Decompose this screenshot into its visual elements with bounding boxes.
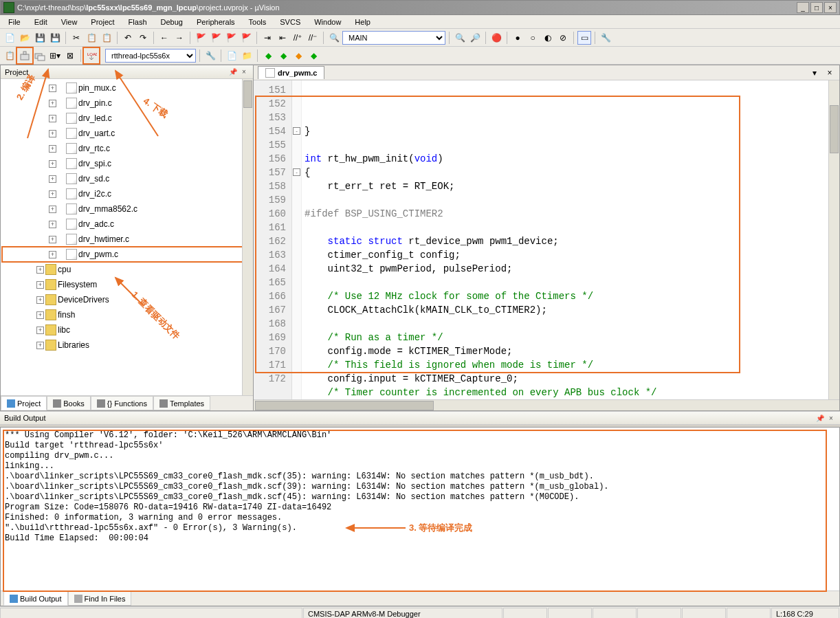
undo-icon[interactable]: ↶: [121, 31, 135, 45]
expand-icon[interactable]: +: [49, 100, 56, 107]
open-file-icon[interactable]: 📂: [18, 31, 32, 45]
pack-orange-icon[interactable]: ◆: [291, 49, 305, 63]
code-editor[interactable]: 1511521531541551561571581591601611621631…: [254, 80, 839, 399]
pin-icon[interactable]: 📌: [815, 413, 825, 423]
tree-item-drv-sd-c[interactable]: +drv_sd.c: [2, 171, 252, 186]
editor-dropdown-icon[interactable]: ▾: [808, 66, 821, 80]
menu-svcs[interactable]: SVCS: [274, 16, 306, 27]
tree-scrollbar[interactable]: [242, 79, 253, 395]
expand-icon[interactable]: +: [49, 221, 56, 228]
menu-help[interactable]: Help: [349, 16, 376, 27]
menu-peripherals[interactable]: Peripherals: [191, 16, 241, 27]
maximize-button[interactable]: □: [810, 2, 823, 13]
tree-item-finsh[interactable]: +finsh: [2, 307, 252, 322]
menu-project[interactable]: Project: [85, 16, 120, 27]
nav-back-icon[interactable]: ←: [157, 31, 171, 45]
new-file-icon[interactable]: 📄: [3, 31, 16, 45]
nav-fwd-icon[interactable]: →: [173, 31, 186, 45]
project-tree[interactable]: +pin_mux.c+drv_pin.c+drv_led.c+drv_uart.…: [1, 79, 253, 395]
manage-icon[interactable]: 📁: [240, 49, 254, 63]
menu-flash[interactable]: Flash: [123, 16, 153, 27]
fold-icon[interactable]: -: [293, 127, 300, 135]
editor-close-icon[interactable]: ×: [823, 66, 837, 80]
tree-item-DeviceDrivers[interactable]: +DeviceDrivers: [2, 292, 252, 307]
close-panel-icon[interactable]: ×: [239, 67, 249, 77]
output-tab-find-in-files[interactable]: Find In Files: [68, 591, 132, 606]
expand-icon[interactable]: +: [49, 130, 56, 137]
editor-hscrollbar[interactable]: [254, 399, 839, 410]
project-tab-project[interactable]: Project: [1, 396, 47, 410]
expand-icon[interactable]: +: [49, 206, 56, 213]
redo-icon[interactable]: ↷: [136, 31, 150, 45]
expand-icon[interactable]: +: [49, 251, 56, 258]
expand-icon[interactable]: +: [49, 190, 56, 198]
configure-icon[interactable]: 🔧: [599, 31, 612, 45]
tree-item-drv-uart-c[interactable]: +drv_uart.c: [2, 126, 252, 141]
editor-tab-drv-pwm[interactable]: drv_pwm.c: [258, 66, 324, 79]
tree-item-drv-spi-c[interactable]: +drv_spi.c: [2, 156, 252, 171]
tree-item-libc[interactable]: +libc: [2, 322, 252, 338]
breakpoint-insert-icon[interactable]: ●: [511, 31, 524, 45]
close-panel-icon[interactable]: ×: [826, 413, 836, 423]
tree-item-drv-mma8562-c[interactable]: +drv_mma8562.c: [2, 201, 252, 217]
find-icon[interactable]: 🔍: [453, 31, 467, 45]
tree-item-drv-i2c-c[interactable]: +drv_i2c.c: [2, 186, 252, 201]
menu-tools[interactable]: Tools: [243, 16, 272, 27]
expand-icon[interactable]: +: [49, 145, 56, 153]
debug-icon[interactable]: 🔴: [489, 31, 503, 45]
menu-debug[interactable]: Debug: [155, 16, 188, 27]
breakpoint-enable-icon[interactable]: ○: [526, 31, 540, 45]
expand-icon[interactable]: +: [36, 281, 44, 289]
project-tab-books[interactable]: Books: [47, 396, 91, 410]
expand-icon[interactable]: +: [36, 342, 44, 349]
project-tab-templates[interactable]: Templates: [153, 396, 210, 410]
pin-icon[interactable]: 📌: [228, 67, 238, 77]
copy-icon[interactable]: 📋: [85, 31, 98, 45]
indent-icon[interactable]: ⇥: [261, 31, 274, 45]
build-icon[interactable]: [18, 49, 32, 63]
find-in-files-icon[interactable]: 🔎: [468, 31, 482, 45]
tree-item-drv-hwtimer-c[interactable]: +drv_hwtimer.c: [2, 232, 252, 247]
fold-icon[interactable]: -: [293, 168, 300, 176]
expand-icon[interactable]: +: [36, 327, 44, 334]
find-scope-icon[interactable]: 🔍: [327, 31, 341, 45]
download-icon[interactable]: LOAD: [85, 49, 98, 63]
build-output-text[interactable]: *** Using Compiler 'V6.12', folder: 'C:\…: [1, 428, 839, 591]
expand-icon[interactable]: +: [36, 296, 44, 304]
tree-item-Libraries[interactable]: +Libraries: [2, 338, 252, 353]
rebuild-icon[interactable]: [33, 49, 47, 63]
breakpoint-disable-icon[interactable]: ◐: [541, 31, 555, 45]
menu-edit[interactable]: Edit: [29, 16, 53, 27]
pack-green3-icon[interactable]: ◆: [307, 49, 320, 63]
tree-item-cpu[interactable]: +cpu: [2, 262, 252, 277]
translate-icon[interactable]: 📋: [3, 49, 16, 63]
expand-icon[interactable]: +: [36, 266, 44, 274]
breakpoint-kill-icon[interactable]: ⊘: [556, 31, 570, 45]
tree-item-drv-pwm-c[interactable]: +drv_pwm.c: [2, 247, 252, 262]
bookmark-next-icon[interactable]: 🚩: [224, 31, 238, 45]
expand-icon[interactable]: +: [36, 311, 44, 319]
menu-view[interactable]: View: [56, 16, 83, 27]
bookmark-icon[interactable]: 🚩: [194, 31, 208, 45]
tree-item-drv-led-c[interactable]: +drv_led.c: [2, 111, 252, 126]
menu-file[interactable]: File: [3, 16, 26, 27]
save-icon[interactable]: 💾: [33, 31, 47, 45]
tree-item-drv-adc-c[interactable]: +drv_adc.c: [2, 217, 252, 232]
save-all-icon[interactable]: 💾: [48, 31, 62, 45]
pack-green2-icon[interactable]: ◆: [276, 49, 290, 63]
pack-green-icon[interactable]: ◆: [261, 49, 275, 63]
code-area[interactable]: } int rt_hw_pwm_init(void){ rt_err_t ret…: [302, 80, 828, 399]
batch-build-icon[interactable]: ⊞▾: [48, 49, 62, 63]
find-combo[interactable]: MAIN: [342, 31, 445, 45]
bookmark-prev-icon[interactable]: 🚩: [209, 31, 223, 45]
menu-window[interactable]: Window: [309, 16, 346, 27]
expand-icon[interactable]: +: [49, 236, 56, 243]
close-button[interactable]: ×: [824, 2, 837, 13]
file-ext-icon[interactable]: 📄: [225, 49, 239, 63]
tree-item-drv-rtc-c[interactable]: +drv_rtc.c: [2, 141, 252, 156]
window-icon[interactable]: ▭: [577, 31, 591, 45]
target-combo[interactable]: rtthread-lpc55s6x: [105, 49, 196, 63]
tree-item-pin-mux-c[interactable]: +pin_mux.c: [2, 80, 252, 96]
comment-icon[interactable]: //⁺: [291, 31, 305, 45]
editor-vscrollbar[interactable]: [828, 80, 839, 399]
